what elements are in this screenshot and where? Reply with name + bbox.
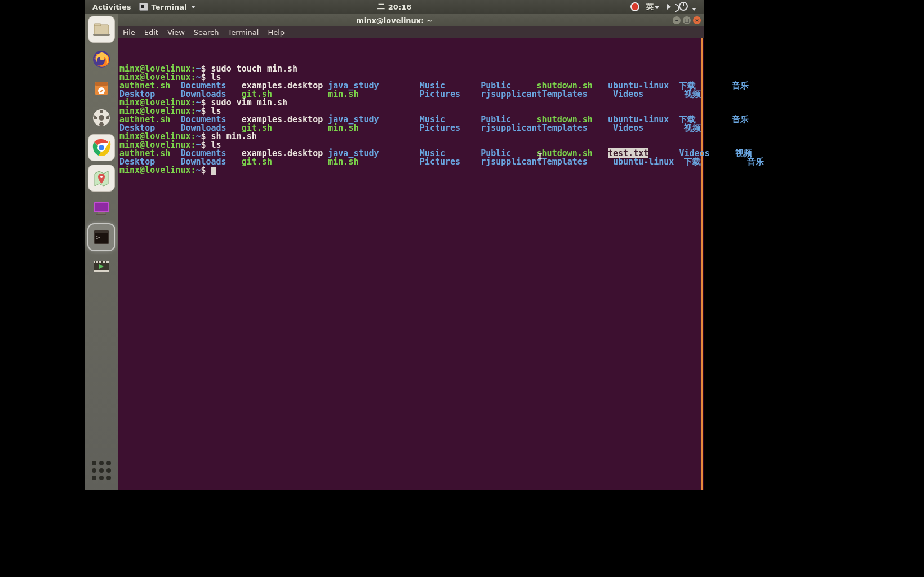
window-titlebar[interactable]: minx@lovelinux: ~ ‒ □ × <box>85 14 704 27</box>
terminal-menubar: File Edit View Search Terminal Help <box>118 26 704 39</box>
maps-icon[interactable] <box>88 165 115 192</box>
volume-icon[interactable] <box>667 4 671 10</box>
menu-help[interactable]: Help <box>268 28 285 37</box>
app-menu-label: Terminal <box>152 3 187 11</box>
settings-icon[interactable] <box>88 105 114 131</box>
terminal-cursor <box>211 167 216 175</box>
software-icon[interactable] <box>88 76 114 101</box>
terminal-icon[interactable]: >_ <box>88 224 114 250</box>
app-menu[interactable]: Terminal <box>139 3 196 11</box>
menu-file[interactable]: File <box>123 28 135 37</box>
chevron-down-icon <box>692 8 696 11</box>
svg-rect-32 <box>95 261 96 263</box>
launcher-dock: >_ <box>85 14 118 490</box>
input-source[interactable]: 英 <box>646 2 659 12</box>
svg-point-19 <box>99 145 104 150</box>
clock-time: 20:16 <box>388 3 411 11</box>
svg-rect-24 <box>98 212 105 214</box>
svg-text:>_: >_ <box>96 234 104 241</box>
menu-search[interactable]: Search <box>194 28 219 37</box>
video-editor-icon[interactable] <box>88 254 114 279</box>
menu-view[interactable]: View <box>167 28 185 37</box>
show-applications-button[interactable] <box>88 458 114 483</box>
window-minimize-button[interactable]: ‒ <box>673 16 681 24</box>
text-cursor-ibeam: I <box>537 153 543 161</box>
clock[interactable]: 二 20:16 <box>377 2 411 12</box>
screenshot-icon[interactable] <box>88 195 114 221</box>
terminal-app-icon <box>139 3 148 11</box>
clock-prefix: 二 <box>377 2 385 12</box>
svg-rect-35 <box>105 261 106 263</box>
window-title: minx@lovelinux: ~ <box>356 16 433 25</box>
svg-rect-5 <box>95 82 108 86</box>
svg-rect-9 <box>100 110 103 113</box>
terminal-output[interactable]: I minx@lovelinux:~$ sudo touch min.shmin… <box>118 38 703 490</box>
files-icon[interactable] <box>88 16 115 43</box>
svg-rect-31 <box>94 270 109 272</box>
svg-rect-2 <box>93 34 110 36</box>
chrome-icon[interactable] <box>88 134 115 161</box>
svg-rect-0 <box>94 25 109 35</box>
window-close-button[interactable]: × <box>693 16 701 24</box>
activities-button[interactable]: Activities <box>92 3 131 11</box>
power-menu[interactable] <box>679 2 696 12</box>
firefox-icon[interactable] <box>88 46 114 72</box>
menu-terminal[interactable]: Terminal <box>228 28 259 37</box>
window-maximize-button[interactable]: □ <box>683 16 691 24</box>
chevron-down-icon <box>655 6 659 9</box>
svg-rect-1 <box>94 24 101 26</box>
gnome-top-bar: Activities Terminal 二 20:16 英 <box>85 0 704 14</box>
menu-edit[interactable]: Edit <box>144 28 158 37</box>
svg-point-21 <box>100 176 103 178</box>
svg-rect-23 <box>95 203 108 211</box>
svg-rect-34 <box>101 261 103 263</box>
screen-record-icon[interactable] <box>632 3 638 10</box>
chevron-down-icon <box>191 6 196 8</box>
svg-rect-25 <box>96 214 106 215</box>
svg-point-8 <box>99 115 104 121</box>
power-icon <box>679 2 688 11</box>
svg-rect-33 <box>98 261 99 263</box>
